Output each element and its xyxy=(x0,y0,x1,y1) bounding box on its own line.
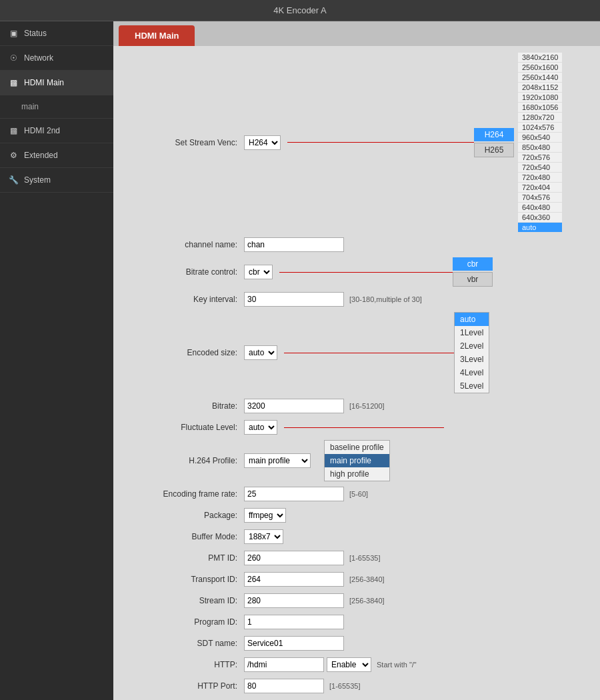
fluc-2level[interactable]: 2Level xyxy=(455,339,489,353)
sidebar-item-system[interactable]: 🔧 System xyxy=(0,168,113,193)
select-http-enable[interactable]: Enable Disable xyxy=(327,657,371,672)
label-pmt-id: PMT ID: xyxy=(124,553,244,563)
fluc-1level[interactable]: 1Level xyxy=(455,326,489,339)
res-704[interactable]: 704x576 xyxy=(518,193,562,203)
label-channel-name: channel name: xyxy=(124,240,244,249)
arrow-stream-venc xyxy=(287,142,474,143)
row-encoding-frame-rate: Encoding frame rate: [5-60] xyxy=(124,485,589,503)
sidebar-label-system: System xyxy=(24,175,51,185)
res-1280[interactable]: 1280x720 xyxy=(518,113,562,123)
stream-type-panel: H264 H265 xyxy=(474,128,514,157)
select-buffer-mode[interactable]: 188x7 xyxy=(244,529,283,544)
sidebar-label-network: Network xyxy=(24,53,53,63)
select-bitrate-control[interactable]: cbr vbr xyxy=(244,265,273,279)
profile-main[interactable]: main profile xyxy=(325,454,389,467)
btn-cbr[interactable]: cbr xyxy=(453,257,493,271)
btn-h264[interactable]: H264 xyxy=(474,128,514,141)
res-1680[interactable]: 1680x1056 xyxy=(518,103,562,113)
label-buffer-mode: Buffer Mode: xyxy=(124,532,244,541)
profile-high[interactable]: high profile xyxy=(325,467,389,481)
row-channel-name: channel name: xyxy=(124,236,589,253)
title-bar: 4K Encoder A xyxy=(0,0,600,21)
sidebar-label-hdmi-2nd: HDMI 2nd xyxy=(24,126,60,135)
res-auto[interactable]: auto xyxy=(518,223,562,232)
sidebar-item-extended[interactable]: ⚙ Extended xyxy=(0,143,113,168)
sidebar-item-hdmi-2nd[interactable]: ▩ HDMI 2nd xyxy=(0,119,113,143)
select-package[interactable]: ffmpeg xyxy=(244,508,286,523)
input-http-port[interactable] xyxy=(244,679,324,693)
sidebar-label-hdmi-main: HDMI Main xyxy=(24,78,64,87)
select-h264-profile[interactable]: main profile baseline profile high profi… xyxy=(244,453,311,468)
row-buffer-mode: Buffer Mode: 188x7 xyxy=(124,528,589,545)
sidebar-item-status[interactable]: ▣ Status xyxy=(0,21,113,46)
arrow-fluctuate xyxy=(284,427,444,428)
res-960[interactable]: 960x540 xyxy=(518,133,562,143)
btn-vbr[interactable]: vbr xyxy=(453,272,493,287)
sidebar-item-network[interactable]: ☉ Network xyxy=(0,46,113,71)
input-bitrate[interactable] xyxy=(244,399,344,413)
row-pmt-id: PMT ID: [1-65535] xyxy=(124,549,589,567)
row-h264-profile: H.264 Profile: main profile baseline pro… xyxy=(124,440,589,481)
res-2560x1440[interactable]: 2560x1440 xyxy=(518,73,562,83)
select-encoded-size[interactable]: auto xyxy=(244,345,277,360)
res-720x480[interactable]: 720x480 xyxy=(518,173,562,183)
sidebar: ▣ Status ☉ Network ▩ HDMI Main main ▩ HD… xyxy=(0,21,113,700)
monitor-icon: ▣ xyxy=(8,28,19,39)
sidebar-item-main-sub[interactable]: main xyxy=(0,95,113,119)
res-2048[interactable]: 2048x1152 xyxy=(518,83,562,93)
select-stream-venc[interactable]: H264 H265 xyxy=(244,135,281,150)
row-encoded-size: Encoded size: auto auto 1Level 2Level 3L… xyxy=(124,312,589,393)
input-channel-name[interactable] xyxy=(244,237,344,252)
input-encoding-frame-rate[interactable] xyxy=(244,487,344,501)
hint-bitrate: [16-51200] xyxy=(349,402,385,410)
hint-http: Start with "/" xyxy=(377,661,417,669)
input-transport-id[interactable] xyxy=(244,572,344,587)
res-1920[interactable]: 1920x1080 xyxy=(518,93,562,103)
res-2560x1600[interactable]: 2560x1600 xyxy=(518,63,562,73)
label-stream-id: Stream ID: xyxy=(124,596,244,605)
row-key-interval: Key interval: [30-180,multiple of 30] xyxy=(124,291,589,308)
fluc-4level[interactable]: 4Level xyxy=(455,366,489,379)
row-http: HTTP: Enable Disable Start with "/" xyxy=(124,656,589,673)
title-text: 4K Encoder A xyxy=(273,5,327,15)
res-720x540[interactable]: 720x540 xyxy=(518,163,562,173)
label-h264-profile: H.264 Profile: xyxy=(124,456,244,465)
res-1024[interactable]: 1024x576 xyxy=(518,123,562,133)
hint-encoding-frame-rate: [5-60] xyxy=(349,490,368,498)
res-850[interactable]: 850x480 xyxy=(518,143,562,153)
input-key-interval[interactable] xyxy=(244,292,344,307)
label-encoding-frame-rate: Encoding frame rate: xyxy=(124,489,244,499)
fluc-auto[interactable]: auto xyxy=(455,313,489,326)
input-sdt-name[interactable] xyxy=(244,636,344,651)
profile-panel: baseline profile main profile high profi… xyxy=(324,440,390,481)
btn-h265[interactable]: H265 xyxy=(474,143,514,157)
input-program-id[interactable] xyxy=(244,615,344,629)
input-http[interactable] xyxy=(244,657,324,672)
sidebar-item-hdmi-main[interactable]: ▩ HDMI Main xyxy=(0,71,113,95)
fluc-3level[interactable]: 3Level xyxy=(455,353,489,366)
hint-transport-id: [256-3840] xyxy=(349,575,385,583)
resolution-panel: 3840x2160 2560x1600 2560x1440 2048x1152 … xyxy=(518,53,562,232)
input-pmt-id[interactable] xyxy=(244,551,344,565)
form-area: Set Stream Venc: H264 H265 H264 H265 384… xyxy=(113,46,600,700)
row-http-port: HTTP Port: [1-65535] xyxy=(124,677,589,695)
res-640x360[interactable]: 640x360 xyxy=(518,213,562,223)
tab-hdmi-main[interactable]: HDMI Main xyxy=(119,25,195,46)
row-sdt-name: SDT name: xyxy=(124,635,589,652)
label-http: HTTP: xyxy=(124,660,244,669)
profile-baseline[interactable]: baseline profile xyxy=(325,441,389,454)
tab-label: HDMI Main xyxy=(135,31,179,41)
hint-http-port: [1-65535] xyxy=(329,682,360,690)
res-720x404[interactable]: 720x404 xyxy=(518,183,562,193)
res-640x480[interactable]: 640x480 xyxy=(518,203,562,213)
res-720x576[interactable]: 720x576 xyxy=(518,153,562,163)
row-bitrate-control: Bitrate control: cbr vbr cbr vbr xyxy=(124,257,589,287)
label-sdt-name: SDT name: xyxy=(124,639,244,648)
res-3840[interactable]: 3840x2160 xyxy=(518,53,562,63)
label-bitrate-control: Bitrate control: xyxy=(124,267,244,277)
tab-header: HDMI Main xyxy=(113,21,600,46)
label-fluctuate: Fluctuate Level: xyxy=(124,423,244,432)
input-stream-id[interactable] xyxy=(244,593,344,608)
select-fluctuate[interactable]: auto xyxy=(244,420,277,435)
fluc-5level[interactable]: 5Level xyxy=(455,379,489,393)
